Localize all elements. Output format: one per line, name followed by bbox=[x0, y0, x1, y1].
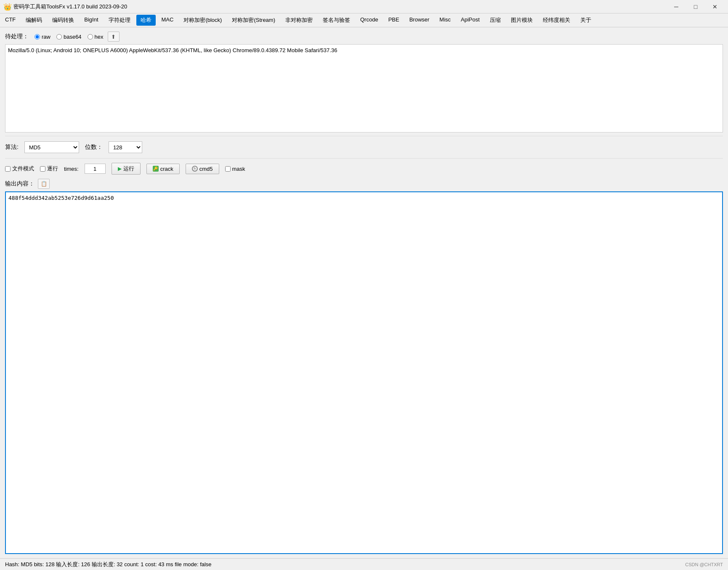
menu-item-hash[interactable]: 哈希 bbox=[136, 15, 156, 26]
title-bar: 👑 密码学工具箱ToolsFx v1.17.0 build 2023-09-20… bbox=[0, 0, 728, 13]
output-label-row: 输出内容： 📋 bbox=[5, 179, 723, 189]
output-section: 输出内容： 📋 bbox=[5, 179, 723, 554]
mask-label[interactable]: mask bbox=[225, 166, 245, 172]
radio-raw-text: raw bbox=[42, 34, 50, 40]
menu-item-sym-stream[interactable]: 对称加密(Stream) bbox=[228, 15, 279, 26]
menu-bar: CTF编解码编码转换BigInt字符处理哈希MAC对称加密(block)对称加密… bbox=[0, 13, 728, 27]
radio-base64[interactable] bbox=[56, 34, 62, 40]
step-label[interactable]: 逐行 bbox=[40, 165, 58, 172]
close-button[interactable]: ✕ bbox=[705, 0, 725, 13]
window-controls: ─ □ ✕ bbox=[667, 0, 725, 13]
step-checkbox[interactable] bbox=[40, 166, 45, 172]
radio-hex-text: hex bbox=[95, 34, 104, 40]
times-label: times: bbox=[64, 166, 79, 172]
crack-label: crack bbox=[160, 166, 173, 172]
radio-base64-label[interactable]: base64 bbox=[56, 34, 82, 40]
radio-raw-label[interactable]: raw bbox=[35, 34, 50, 40]
step-text: 逐行 bbox=[47, 165, 58, 172]
status-text: Hash: MD5 bits: 128 输入长度: 126 输出长度: 32 c… bbox=[5, 561, 212, 568]
radio-base64-text: base64 bbox=[64, 34, 82, 40]
crack-button[interactable]: 🔑 crack bbox=[146, 164, 180, 174]
menu-item-sym-block[interactable]: 对称加密(block) bbox=[179, 15, 226, 26]
menu-item-decode[interactable]: 编解码 bbox=[21, 15, 46, 26]
run-button[interactable]: ▶ 运行 bbox=[112, 163, 141, 175]
menu-item-sign-verify[interactable]: 签名与验签 bbox=[319, 15, 354, 26]
input-label: 待处理： bbox=[5, 33, 30, 40]
run-icon: ▶ bbox=[118, 166, 122, 172]
menu-item-ctf[interactable]: CTF bbox=[1, 15, 20, 26]
radio-raw[interactable] bbox=[35, 34, 40, 40]
app-title: 密码学工具箱ToolsFx v1.17.0 build 2023-09-20 bbox=[13, 3, 667, 11]
mask-checkbox[interactable] bbox=[225, 166, 231, 172]
status-bar: Hash: MD5 bits: 128 输入长度: 126 输出长度: 32 c… bbox=[0, 558, 728, 570]
algo-select[interactable]: MD5SHA1SHA256SHA512SM3 bbox=[24, 141, 79, 153]
maximize-button[interactable]: □ bbox=[686, 0, 705, 13]
file-mode-checkbox[interactable] bbox=[5, 166, 11, 172]
cmd5-icon: ↻ bbox=[192, 166, 198, 172]
cmd5-label: cmd5 bbox=[199, 166, 213, 172]
menu-item-bigint[interactable]: BigInt bbox=[80, 15, 102, 26]
menu-item-mac[interactable]: MAC bbox=[157, 15, 178, 26]
menu-item-apipost[interactable]: ApiPost bbox=[457, 15, 484, 26]
input-section: 待处理： raw base64 hex ⬆ bbox=[5, 32, 723, 133]
options-row: 文件模式 逐行 times: ▶ 运行 🔑 crack ↻ cmd5 mask bbox=[5, 162, 723, 175]
menu-item-browser[interactable]: Browser bbox=[405, 15, 434, 26]
menu-item-pbe[interactable]: PBE bbox=[384, 15, 404, 26]
menu-item-encode-convert[interactable]: 编码转换 bbox=[48, 15, 78, 26]
csdn-text: CSDN @CHTXRT bbox=[685, 562, 723, 567]
times-input[interactable] bbox=[85, 164, 106, 174]
bits-label: 位数： bbox=[85, 143, 103, 151]
radio-hex[interactable] bbox=[88, 34, 93, 40]
menu-item-compress[interactable]: 压缩 bbox=[486, 15, 505, 26]
output-textarea[interactable] bbox=[5, 191, 723, 554]
crack-icon: 🔑 bbox=[153, 166, 159, 172]
menu-item-string-process[interactable]: 字符处理 bbox=[104, 15, 135, 26]
radio-hex-label[interactable]: hex bbox=[88, 34, 104, 40]
menu-item-qrcode[interactable]: Qrcode bbox=[356, 15, 383, 26]
minimize-button[interactable]: ─ bbox=[667, 0, 686, 13]
cmd5-button[interactable]: ↻ cmd5 bbox=[186, 164, 219, 174]
input-label-row: 待处理： raw base64 hex ⬆ bbox=[5, 32, 723, 42]
file-mode-label[interactable]: 文件模式 bbox=[5, 165, 34, 172]
file-mode-text: 文件模式 bbox=[12, 165, 34, 172]
algo-row: 算法: MD5SHA1SHA256SHA512SM3 位数： 128256512 bbox=[5, 139, 723, 156]
run-label: 运行 bbox=[123, 165, 134, 172]
menu-item-about[interactable]: 关于 bbox=[576, 15, 595, 26]
mask-text: mask bbox=[232, 166, 245, 172]
paste-button[interactable]: ⬆ bbox=[108, 32, 120, 42]
menu-item-misc[interactable]: Misc bbox=[435, 15, 455, 26]
algorithm-section: 算法: MD5SHA1SHA256SHA512SM3 位数： 128256512 bbox=[5, 136, 723, 159]
output-label: 输出内容： bbox=[5, 180, 35, 188]
menu-item-image[interactable]: 图片模块 bbox=[507, 15, 537, 26]
copy-button[interactable]: 📋 bbox=[38, 179, 50, 189]
menu-item-geo[interactable]: 经纬度相关 bbox=[539, 15, 574, 26]
encoding-radio-group: raw base64 hex bbox=[35, 34, 104, 40]
menu-item-asym[interactable]: 非对称加密 bbox=[281, 15, 317, 26]
bits-select[interactable]: 128256512 bbox=[109, 141, 142, 153]
main-content: 待处理： raw base64 hex ⬆ 算法: bbox=[0, 27, 728, 558]
algo-label: 算法: bbox=[5, 143, 19, 151]
app-icon: 👑 bbox=[3, 3, 11, 11]
input-textarea[interactable] bbox=[5, 44, 723, 133]
